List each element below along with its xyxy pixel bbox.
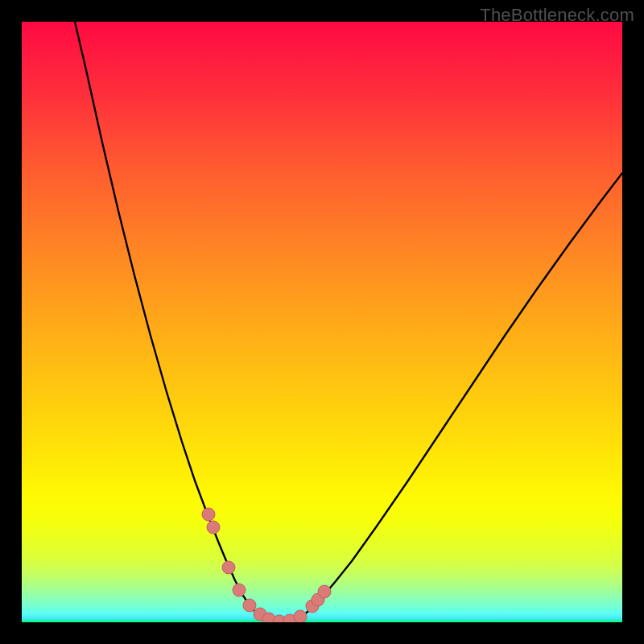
watermark-text: TheBottleneck.com <box>480 5 634 26</box>
chart-frame: TheBottleneck.com <box>0 0 644 644</box>
bottleneck-curve <box>75 22 622 622</box>
marker-dot <box>207 521 220 534</box>
marker-dot <box>294 610 307 622</box>
marker-dot <box>202 508 215 521</box>
marker-dot <box>243 599 256 612</box>
curve-layer <box>22 22 622 622</box>
marker-dot <box>233 584 246 597</box>
marker-dot <box>222 561 235 574</box>
highlighted-points <box>202 508 331 622</box>
marker-dot <box>318 585 331 598</box>
plot-area <box>22 22 622 622</box>
